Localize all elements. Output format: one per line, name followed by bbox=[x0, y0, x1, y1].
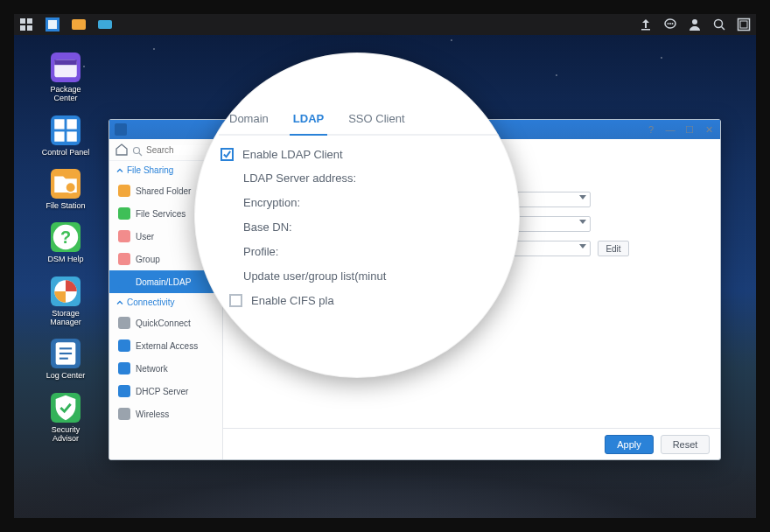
zoom-magnifier: DomainLDAPSSO Client Enable LDAP Client … bbox=[194, 52, 520, 378]
desktop-icon-label: DSM Help bbox=[47, 255, 83, 263]
svg-point-12 bbox=[672, 23, 674, 24]
search-icon[interactable] bbox=[712, 18, 726, 32]
svg-rect-1 bbox=[27, 18, 32, 24]
taskbar-file-station-icon[interactable] bbox=[72, 18, 86, 32]
svg-rect-21 bbox=[66, 119, 76, 129]
svg-rect-6 bbox=[72, 19, 86, 30]
tab-domain[interactable]: Domain bbox=[228, 108, 270, 129]
enable-ldap-label: Enable LDAP Client bbox=[242, 148, 343, 161]
sidebar-item-label: User bbox=[136, 232, 154, 242]
svg-rect-3 bbox=[27, 25, 32, 31]
field-label: Profile: bbox=[243, 245, 500, 258]
section-title: File Sharing bbox=[127, 165, 173, 175]
svg-rect-8 bbox=[641, 29, 650, 31]
edit-button[interactable]: Edit bbox=[598, 241, 629, 256]
sidebar-item-quickconnect[interactable]: QuickConnect bbox=[109, 312, 222, 334]
desktop-icon-dsm-help[interactable]: ?DSM Help bbox=[38, 222, 93, 263]
window-minimize-icon[interactable]: — bbox=[664, 123, 676, 136]
reset-button[interactable]: Reset bbox=[661, 435, 710, 454]
external-access-icon bbox=[118, 340, 130, 352]
taskbar-storage-icon[interactable] bbox=[98, 18, 112, 32]
chevron-up-icon bbox=[116, 167, 123, 174]
search-icon bbox=[132, 144, 143, 155]
desktop-icon-storage-manager[interactable]: Storage Manager bbox=[38, 276, 93, 327]
user-icon bbox=[118, 230, 130, 242]
svg-line-15 bbox=[722, 27, 725, 31]
desktop-icon-log-center[interactable]: Log Center bbox=[38, 339, 93, 380]
taskbar bbox=[14, 14, 756, 35]
svg-text:?: ? bbox=[60, 228, 71, 247]
field-label: Update user/group list(minut bbox=[243, 270, 500, 283]
sidebar-item-dhcp-server[interactable]: DHCP Server bbox=[109, 380, 222, 402]
desktop-icon-security-advisor[interactable]: Security Advisor bbox=[38, 393, 93, 444]
upload-icon[interactable] bbox=[639, 18, 653, 32]
window-maximize-icon[interactable]: ☐ bbox=[683, 123, 696, 136]
chat-icon[interactable] bbox=[663, 18, 677, 32]
desktop-icon-file-station[interactable]: File Station bbox=[38, 169, 93, 210]
taskbar-control-panel-icon[interactable] bbox=[46, 18, 60, 32]
tab-ldap[interactable]: LDAP bbox=[291, 108, 326, 129]
sidebar-item-label: Wireless bbox=[136, 410, 169, 419]
svg-rect-17 bbox=[740, 21, 747, 28]
log-center-icon bbox=[51, 339, 80, 368]
shared-folder-icon bbox=[118, 185, 130, 197]
desktop-icon-label: Storage Manager bbox=[50, 309, 81, 327]
desktop-icon-label: Package Center bbox=[50, 85, 80, 103]
sidebar-item-network[interactable]: Network bbox=[109, 357, 222, 380]
section-title: Connectivity bbox=[127, 298, 174, 307]
svg-rect-16 bbox=[738, 19, 750, 31]
sidebar-item-label: Domain/LDAP bbox=[136, 277, 191, 287]
wireless-icon bbox=[118, 408, 130, 420]
desktop-icon-label: File Station bbox=[46, 201, 85, 210]
sidebar-item-label: QuickConnect bbox=[136, 318, 191, 328]
svg-rect-23 bbox=[66, 131, 76, 141]
network-icon bbox=[118, 362, 130, 374]
svg-rect-5 bbox=[48, 20, 57, 29]
desktop-icon-label: Log Center bbox=[46, 371, 86, 380]
desktop-frame: Package CenterControl PanelFile Station?… bbox=[0, 0, 770, 532]
user-icon[interactable] bbox=[688, 18, 702, 32]
svg-point-10 bbox=[668, 23, 669, 24]
sidebar-item-external-access[interactable]: External Access bbox=[109, 334, 222, 357]
enable-cifs-checkbox[interactable] bbox=[229, 294, 242, 307]
sidebar-item-label: DHCP Server bbox=[136, 387, 188, 396]
window-help-icon[interactable]: ? bbox=[645, 123, 657, 136]
sidebar-section-connectivity[interactable]: Connectivity bbox=[109, 293, 222, 312]
desktop-icon-label: Security Advisor bbox=[38, 425, 93, 444]
enable-cifs-label: Enable CIFS pla bbox=[251, 294, 334, 307]
footer: Apply Reset bbox=[223, 428, 720, 459]
svg-rect-20 bbox=[54, 119, 64, 129]
svg-point-32 bbox=[134, 148, 140, 154]
file-station-icon bbox=[51, 169, 80, 199]
svg-rect-7 bbox=[98, 20, 112, 29]
desktop-icons: Package CenterControl PanelFile Station?… bbox=[38, 52, 93, 443]
sidebar-item-label: External Access bbox=[136, 341, 198, 351]
desktop-icon-control-panel[interactable]: Control Panel bbox=[38, 116, 93, 157]
storage-manager-icon bbox=[51, 276, 80, 306]
taskbar-apps-icon[interactable] bbox=[19, 18, 33, 32]
domain-ldap-icon bbox=[118, 276, 130, 288]
svg-rect-19 bbox=[54, 60, 77, 66]
dsm-help-icon: ? bbox=[51, 222, 80, 252]
window-close-icon[interactable]: ✕ bbox=[703, 123, 715, 136]
field-label: LDAP Server address: bbox=[243, 172, 500, 185]
field-label: Base DN: bbox=[243, 220, 500, 234]
apply-button[interactable]: Apply bbox=[605, 435, 654, 454]
control-panel-icon bbox=[115, 123, 127, 136]
svg-point-13 bbox=[692, 19, 697, 24]
svg-point-11 bbox=[669, 23, 671, 24]
control-panel-icon bbox=[51, 116, 80, 145]
sidebar-item-label: Network bbox=[136, 364, 168, 374]
svg-rect-2 bbox=[20, 25, 25, 31]
widgets-icon[interactable] bbox=[737, 18, 751, 32]
svg-point-14 bbox=[715, 20, 723, 28]
svg-rect-22 bbox=[54, 131, 64, 141]
enable-ldap-checkbox[interactable] bbox=[220, 148, 234, 161]
home-icon[interactable] bbox=[115, 143, 129, 157]
desktop-icon-label: Control Panel bbox=[42, 148, 90, 157]
tab-sso-client[interactable]: SSO Client bbox=[346, 108, 406, 129]
desktop-icon-package-center[interactable]: Package Center bbox=[38, 52, 93, 103]
group-icon bbox=[118, 253, 130, 265]
security-advisor-icon bbox=[51, 393, 80, 423]
sidebar-item-wireless[interactable]: Wireless bbox=[109, 402, 222, 425]
